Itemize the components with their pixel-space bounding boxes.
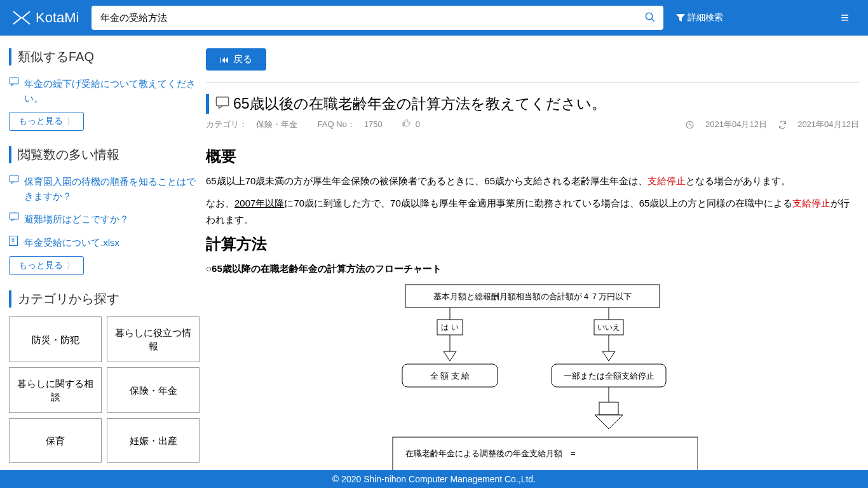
search-input[interactable]	[92, 6, 663, 30]
svg-rect-5	[216, 97, 228, 106]
footer-copyright: © 2020 Shin-nihon Computer Management Co…	[0, 470, 868, 488]
article-meta-right: 2021年04月12日 2021年04月12日	[677, 119, 859, 131]
svg-line-1	[652, 18, 655, 22]
overview-text: 65歳以上70歳未満の方が厚生年金保険の被保険者であるときに、65歳から支給され…	[206, 173, 859, 189]
xlsx-icon	[9, 236, 20, 248]
category-tile[interactable]: 暮らしに役立つ情報	[107, 316, 200, 362]
svg-marker-23	[595, 415, 623, 429]
section-heading-calc: 計算方法	[206, 234, 859, 254]
svg-rect-4	[10, 213, 18, 219]
category-heading: カテゴリから探す	[9, 290, 200, 308]
category-tile[interactable]: 保育	[9, 418, 102, 463]
popular-link[interactable]: 避難場所はどこですか？	[24, 212, 129, 227]
chat-icon	[9, 212, 20, 223]
chevron-right-icon: 〉	[67, 261, 74, 271]
flowchart-diagram: 基本月額と総報酬月額相当額の合計額が４７万円以下 は い いいえ 全 額 支 給…	[367, 281, 698, 488]
svg-rect-22	[599, 402, 618, 415]
category-tile[interactable]: 防災・防犯	[9, 316, 102, 362]
category-tile[interactable]: 保険・年金	[107, 367, 200, 413]
search-button[interactable]	[639, 8, 661, 27]
article-title: 65歳以後の在職老齢年金の計算方法を教えてください。	[206, 94, 859, 114]
similar-faq-heading: 類似するFAQ	[9, 48, 200, 65]
svg-text:いいえ: いいえ	[597, 323, 620, 332]
advanced-search-link[interactable]: 詳細検索	[676, 12, 723, 24]
sync-icon	[778, 121, 787, 129]
chat-icon	[9, 77, 20, 88]
back-icon: ⏮	[220, 54, 229, 65]
chat-icon	[9, 175, 20, 186]
flowchart-title: ○65歳以降の在職老齢年金の計算方法のフローチャート	[206, 263, 859, 275]
svg-text:は  い: は い	[441, 323, 458, 332]
popular-link[interactable]: 保育園入園の待機の順番を知ることはできますか？	[24, 175, 200, 203]
similar-faq-link[interactable]: 年金の繰下げ受給について教えてください。	[24, 77, 200, 105]
svg-marker-14	[602, 351, 615, 361]
more-button[interactable]: もっと見る〉	[9, 112, 84, 131]
popular-item[interactable]: 年金受給について.xlsx	[9, 233, 200, 253]
brand-logo[interactable]: KotaMi	[13, 10, 79, 26]
like-count[interactable]: 0	[402, 119, 428, 129]
chat-icon	[215, 95, 229, 112]
hamburger-menu-icon[interactable]: ≡	[834, 10, 855, 26]
more-button[interactable]: もっと見る〉	[9, 256, 84, 275]
clock-icon	[686, 121, 694, 129]
popular-heading: 閲覧数の多い情報	[9, 146, 200, 163]
article-meta-left: カテゴリ：保険・年金 FAQ No：1750 0	[206, 119, 438, 130]
popular-item[interactable]: 避難場所はどこですか？	[9, 210, 200, 229]
svg-point-0	[646, 13, 653, 20]
search-icon	[644, 11, 656, 23]
popular-item[interactable]: 保育園入園の待機の順番を知ることはできますか？	[9, 172, 200, 206]
chevron-right-icon: 〉	[67, 116, 74, 127]
svg-text:一部または全額支給停止: 一部または全額支給停止	[564, 371, 654, 381]
similar-faq-item[interactable]: 年金の繰下げ受給について教えてください。	[9, 74, 200, 108]
svg-rect-2	[10, 78, 18, 84]
svg-text:基本月額と総報酬月額相当額の合計額が４７万円以下: 基本月額と総報酬月額相当額の合計額が４７万円以下	[433, 292, 632, 301]
filter-icon	[676, 13, 685, 22]
overview-text: なお、2007年以降に70歳に到達した方で、70歳以降も厚生年金適用事業所に勤務…	[206, 195, 859, 227]
svg-text:全  額  支  給: 全 額 支 給	[430, 371, 470, 381]
svg-rect-3	[10, 175, 18, 182]
svg-text:在職老齢年金による調整後の年金支給月額　=: 在職老齢年金による調整後の年金支給月額 =	[405, 449, 576, 458]
category-tile[interactable]: 妊娠・出産	[107, 418, 200, 463]
category-tile[interactable]: 暮らしに関する相談	[9, 367, 102, 413]
svg-marker-10	[444, 351, 456, 361]
popular-link[interactable]: 年金受給について.xlsx	[24, 236, 119, 250]
section-heading-overview: 概要	[206, 146, 859, 166]
back-button[interactable]: ⏮ 戻る	[206, 48, 266, 71]
brand-name: KotaMi	[36, 10, 79, 26]
thumbs-up-icon	[402, 119, 410, 127]
